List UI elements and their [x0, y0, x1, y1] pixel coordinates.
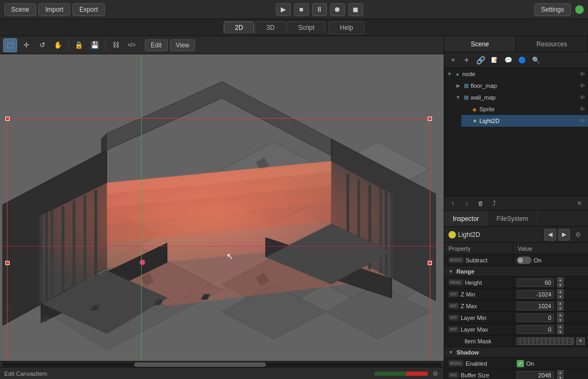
tree-search-btn[interactable]: 🔍 [529, 54, 542, 67]
inspector-section-range[interactable]: ▼ Range [444, 266, 588, 277]
tree-new-node-btn[interactable]: ⚬ [446, 54, 459, 67]
subtract-toggle[interactable] [517, 257, 532, 264]
tree-arrow-light2d[interactable]: ▶ [463, 118, 470, 124]
stop-button[interactable]: ■ [294, 3, 309, 16]
inspector-next-btn[interactable]: ▶ [558, 229, 570, 241]
inspector-prev-btn[interactable]: ◀ [544, 229, 556, 241]
tree-item-light2d[interactable]: ▶ ☀ Light2D 👁 [461, 115, 588, 127]
scrollbar-track[interactable] [2, 362, 442, 367]
tree-arrow-node[interactable]: ▼ [446, 71, 453, 77]
camera-button[interactable]: ◼ [348, 3, 363, 16]
zmin-spin-down[interactable]: ▼ [557, 294, 564, 299]
tree-move-down-btn[interactable]: ↓ [460, 197, 473, 210]
itemmask-prop-name: Item Mask [448, 338, 492, 344]
tree-visibility-wall-map[interactable]: 👁 [578, 94, 586, 101]
inspector-tab-inspector[interactable]: Inspector [444, 211, 488, 226]
edit-button[interactable]: Edit [145, 39, 168, 51]
inspector-body: Property Value BOOL Subtract On ▼ Range [444, 243, 588, 379]
inspector-settings-btn[interactable]: ⚙ [572, 229, 584, 241]
zmax-val-cell: ▲ ▼ [513, 300, 588, 311]
pause-button[interactable]: ⏸ [312, 3, 327, 16]
inspector-table-header: Property Value [444, 243, 588, 254]
tree-delete-btn[interactable]: 🗑 [474, 197, 487, 210]
tree-add-btn[interactable]: + [460, 54, 473, 67]
tree-arrow-sprite[interactable]: ▶ [463, 106, 470, 112]
right-panel: Scene Resources ⚬ + 🔗 📝 💬 🔵 🔍 ▼ ● node 👁 [444, 36, 588, 379]
select-tool[interactable]: ⬚ [3, 38, 17, 52]
tree-instance-btn[interactable]: 🔗 [474, 54, 487, 67]
main-content: ⬚ ✛ ↺ ✋ 🔒 💾 ⛓ </> Edit View [0, 36, 588, 379]
itemmask-dropdown[interactable]: ▼ [576, 337, 585, 345]
layermin-spin-up[interactable]: ▲ [557, 312, 564, 317]
tab-2d[interactable]: 2D [224, 21, 254, 34]
itemmask-pattern[interactable] [517, 337, 574, 345]
tree-script-btn[interactable]: 📝 [488, 54, 501, 67]
tab-help[interactable]: Help [329, 21, 364, 34]
code-tool[interactable]: </> [125, 38, 138, 52]
tree-visibility-light2d[interactable]: 👁 [578, 117, 586, 125]
tree-visibility-floor-map[interactable]: 👁 [578, 82, 586, 89]
tree-arrow-wall-map[interactable]: ▼ [455, 94, 461, 101]
tree-export-btn[interactable]: ⤴ [488, 197, 501, 210]
zmax-spin-down[interactable]: ▼ [557, 306, 564, 311]
status-gear-button[interactable]: ⚙ [431, 369, 439, 378]
layermax-spin-down[interactable]: ▼ [557, 329, 564, 334]
tree-chat-btn[interactable]: 💬 [502, 54, 514, 67]
height-type-badge: REAL [448, 279, 463, 285]
layermax-spin-up[interactable]: ▲ [557, 324, 564, 329]
layermin-val-cell: ▲ ▼ [513, 312, 588, 323]
save-tool[interactable]: 💾 [88, 38, 102, 52]
buffersize-input[interactable] [517, 371, 554, 380]
layermin-prop-name: Layer Min [461, 315, 486, 321]
wall-map-type-icon: ⊞ [462, 94, 470, 101]
tab-script[interactable]: Script [287, 21, 326, 34]
tab-3d[interactable]: 3D [255, 21, 285, 34]
zmax-spin-up[interactable]: ▲ [557, 301, 564, 306]
inspector-row-enabled: BOOL Enabled ✓ On [444, 358, 588, 369]
tree-filter-btn[interactable]: 🔵 [516, 54, 528, 67]
settings-button[interactable]: Settings [534, 3, 571, 16]
tree-visibility-sprite[interactable]: 👁 [578, 105, 586, 113]
link-tool[interactable]: ⛓ [109, 38, 123, 52]
tree-item-floor-map[interactable]: ▶ ⊞ floor_map 👁 [453, 80, 588, 92]
import-menu[interactable]: Import [38, 3, 70, 16]
lock-tool[interactable]: 🔒 [72, 38, 86, 52]
tree-arrow-floor-map[interactable]: ▶ [455, 83, 461, 89]
height-spin-up[interactable]: ▲ [557, 277, 564, 282]
height-input[interactable] [517, 278, 554, 287]
zmin-spin-up[interactable]: ▲ [557, 289, 564, 294]
panel-tab-scene[interactable]: Scene [444, 36, 516, 52]
layermin-input[interactable] [517, 314, 554, 322]
inspector-header: Light2D ◀ ▶ ⚙ [444, 227, 588, 243]
export-menu[interactable]: Export [72, 3, 105, 16]
hand-tool[interactable]: ✋ [51, 38, 65, 52]
move-tool[interactable]: ✛ [19, 38, 33, 52]
scrollbar-thumb[interactable] [134, 362, 266, 367]
tree-item-sprite[interactable]: ▶ ◈ Sprite 👁 [461, 103, 588, 115]
height-spin-down[interactable]: ▼ [557, 283, 564, 287]
tree-visibility-node[interactable]: 👁 [578, 70, 586, 78]
panel-tab-resources[interactable]: Resources [516, 36, 588, 52]
buffersize-spin-down[interactable]: ▼ [557, 375, 564, 379]
view-button[interactable]: View [170, 39, 195, 51]
viewport[interactable]: ↖ [0, 54, 444, 361]
inspector-tab-filesystem[interactable]: FileSystem [488, 211, 537, 226]
inspector-section-shadow[interactable]: ▼ Shadow [444, 347, 588, 358]
subtract-prop-cell: BOOL Subtract [444, 254, 513, 266]
scene-menu[interactable]: Scene [4, 3, 36, 16]
play-button[interactable]: ▶ [276, 3, 291, 16]
viewport-scrollbar[interactable] [0, 361, 444, 367]
buffersize-spin-up[interactable]: ▲ [557, 370, 564, 375]
tree-close-btn[interactable]: ✕ [573, 197, 586, 210]
zmin-input[interactable] [517, 290, 554, 299]
layermin-spin-down[interactable]: ▼ [557, 318, 564, 323]
layermax-input[interactable] [517, 325, 554, 334]
subtract-prop-name: Subtract [466, 257, 487, 263]
zmax-input[interactable] [517, 302, 554, 310]
rotate-tool[interactable]: ↺ [35, 38, 49, 52]
tree-item-node[interactable]: ▼ ● node 👁 [444, 68, 588, 80]
enabled-checkbox[interactable]: ✓ [517, 360, 524, 367]
tree-item-wall-map[interactable]: ▼ ⊞ wall_map 👁 [453, 92, 588, 103]
record-button[interactable]: ⏺ [330, 3, 345, 16]
tree-move-up-btn[interactable]: ↑ [446, 197, 459, 210]
